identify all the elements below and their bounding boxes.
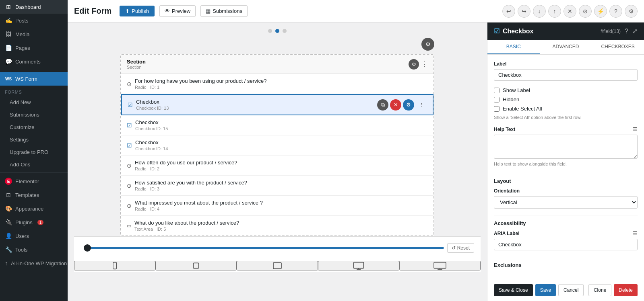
page-dot-3[interactable] (283, 29, 287, 33)
sidebar-item-tools[interactable]: 🔧 Tools (0, 243, 68, 256)
sidebar-label-submissions: Submissions (10, 112, 39, 118)
elementor-icon: E (5, 178, 12, 185)
aria-label-input[interactable] (494, 239, 638, 250)
sidebar-label-posts: Posts (15, 18, 29, 24)
page-dot-2[interactable] (275, 29, 279, 33)
sidebar-label-add-new: Add New (10, 99, 31, 105)
publish-button[interactable]: ⬆ Publish (120, 6, 155, 16)
redo-button[interactable]: ↪ (518, 5, 530, 18)
sidebar-label-tools: Tools (15, 247, 27, 253)
sidebar-item-appearance[interactable]: 🎨 Appearance (0, 202, 68, 215)
aria-label-menu-icon[interactable]: ☰ (633, 230, 638, 236)
field-row-radio-2[interactable]: ⊙ How often do you use our product / ser… (121, 156, 433, 176)
settings-button[interactable]: ⚙ (625, 5, 638, 18)
sidebar-item-settings[interactable]: Settings (0, 133, 68, 146)
field-row-checkbox-13[interactable]: ☑ Checkbox Checkbox ID: 13 ⧉ ✕ ⚙ ⋮ (121, 94, 433, 115)
device-tablet-button[interactable] (237, 261, 318, 270)
field-settings-button[interactable]: ⚙ (403, 99, 414, 111)
canvas-settings-button[interactable]: ⚙ (421, 38, 434, 51)
field-row-checkbox-15[interactable]: ☑ Checkbox Checkbox ID: 15 (121, 115, 433, 135)
page-dot-1[interactable] (268, 29, 272, 33)
help-button[interactable]: ? (609, 5, 622, 18)
sidebar-item-submissions[interactable]: Submissions (0, 109, 68, 121)
close-button[interactable]: ✕ (564, 5, 576, 18)
sidebar-item-elementor[interactable]: E Elementor (0, 174, 68, 188)
preview-button[interactable]: 👁 Preview (159, 5, 196, 17)
tab-checkboxes[interactable]: CHECKBOXES (592, 40, 644, 54)
lightning-button[interactable]: ⚡ (594, 5, 607, 18)
device-wide-button[interactable] (399, 261, 481, 270)
plugins-icon: 🔌 (5, 219, 12, 226)
delete-button[interactable]: Delete (614, 284, 638, 296)
hidden-label: Hidden (503, 96, 519, 102)
reset-icon: ↺ (452, 245, 456, 251)
panel-expand-icon[interactable]: ⤢ (632, 27, 638, 35)
field-row-radio-4[interactable]: ⊙ What impressed you most about the prod… (121, 196, 433, 216)
device-mobile-button[interactable] (74, 261, 155, 270)
field-more-button[interactable]: ⋮ (416, 99, 427, 111)
sidebar-item-posts[interactable]: ✍ Posts (0, 14, 68, 27)
field-copy-button[interactable]: ⧉ (377, 99, 388, 111)
reset-button[interactable]: ↺ Reset (447, 243, 474, 253)
checkbox-icon-15: ☑ (127, 122, 132, 129)
enable-select-all-checkbox[interactable] (494, 106, 500, 112)
label-input[interactable] (494, 69, 638, 81)
field-row-checkbox-14[interactable]: ☑ Checkbox Checkbox ID: 14 (121, 135, 433, 156)
sidebar-item-add-ons[interactable]: Add-Ons (0, 158, 68, 171)
sidebar-item-customize[interactable]: Customize (0, 121, 68, 133)
field-row-radio-3[interactable]: ⊙ How satisfied are you with the product… (121, 176, 433, 196)
show-label-checkbox[interactable] (494, 88, 500, 93)
sidebar-item-dashboard[interactable]: ⊞ Dashboard (0, 0, 68, 14)
field-row-radio-1[interactable]: ⊙ For how long have you been using our p… (121, 74, 433, 94)
sidebar-item-templates[interactable]: ⊡ Templates (0, 188, 68, 202)
field-meta-3: Radio ID: 3 (135, 186, 428, 191)
help-text-note: Help text to show alongside this field. (494, 162, 638, 166)
panel-body: Label Show Label Hidden Enable Select Al (487, 55, 644, 279)
hidden-checkbox[interactable] (494, 97, 500, 102)
publish-icon: ⬆ (125, 8, 130, 14)
field-delete-button[interactable]: ✕ (390, 99, 401, 111)
wsform-icon: WS (5, 75, 12, 82)
field-row-textarea-5[interactable]: ▭ What do you like about the product / s… (121, 216, 433, 235)
tab-advanced[interactable]: ADVANCED (540, 40, 592, 54)
section-more-button[interactable]: ⋮ (421, 59, 428, 70)
orientation-select[interactable]: Vertical Horizontal (494, 196, 638, 209)
filter-button[interactable]: ⊘ (579, 5, 592, 18)
tablet-small-icon (192, 262, 200, 270)
undo-button[interactable]: ↩ (502, 5, 515, 18)
sidebar-item-users[interactable]: 👤 Users (0, 229, 68, 243)
panel-header-right: #field(13) ? ⤢ (601, 27, 638, 35)
sidebar-item-comments[interactable]: 💬 Comments (0, 55, 68, 68)
field-label-15: Checkbox (135, 119, 428, 125)
sidebar-item-add-new[interactable]: Add New (0, 96, 68, 109)
upload-button[interactable]: ↑ (548, 5, 561, 18)
svg-rect-2 (193, 263, 198, 268)
users-icon: 👤 (5, 232, 12, 240)
slider-area (80, 247, 447, 249)
sidebar-item-wsform[interactable]: WS WS Form (0, 72, 68, 86)
slider-thumb[interactable] (84, 244, 91, 252)
cancel-button[interactable]: Cancel (558, 284, 584, 296)
help-text-menu-icon[interactable]: ☰ (633, 126, 638, 132)
sidebar-item-allinone[interactable]: ↑ All-in-One WP Migration (0, 256, 68, 270)
sidebar-item-plugins[interactable]: 🔌 Plugins 1 (0, 215, 68, 229)
field-meta-13: Checkbox ID: 13 (136, 106, 374, 111)
plugins-badge: 1 (37, 220, 44, 225)
device-tablet-small-button[interactable] (155, 261, 237, 270)
sidebar-item-pages[interactable]: 📄 Pages (0, 41, 68, 55)
submissions-button[interactable]: ▦ Submissions (200, 5, 248, 17)
save-button[interactable]: Save (535, 284, 556, 296)
download-button[interactable]: ↓ (533, 5, 546, 18)
field-info-4: What impressed you most about the produc… (135, 200, 428, 211)
clone-button[interactable]: Clone (588, 284, 611, 296)
tab-basic[interactable]: BASIC (487, 40, 540, 54)
help-text-textarea[interactable] (494, 135, 638, 159)
reset-label: Reset (457, 245, 470, 251)
device-desktop-button[interactable] (318, 261, 399, 270)
sidebar-item-media[interactable]: 🖼 Media (0, 27, 68, 41)
sidebar-item-upgrade[interactable]: Upgrade to PRO (0, 146, 68, 158)
section-settings-button[interactable]: ⚙ (409, 59, 419, 70)
panel-help-icon[interactable]: ? (625, 28, 628, 35)
save-close-button[interactable]: Save & Close (494, 284, 533, 296)
enable-select-all-label: Enable Select All (503, 106, 542, 112)
